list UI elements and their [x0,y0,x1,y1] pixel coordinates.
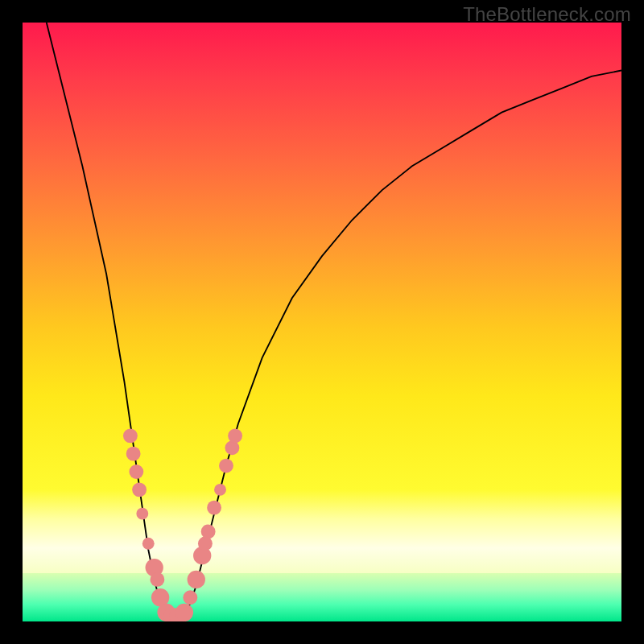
watermark-text: TheBottleneck.com [463,3,631,26]
scatter-dot [129,464,143,479]
scatter-dot [219,459,233,473]
scatter-dot [228,428,242,443]
scatter-dot [201,524,216,539]
scatter-dot [183,590,197,605]
scatter-dot [198,536,213,551]
bottleneck-curve [47,23,621,621]
scatter-dot [142,538,155,550]
scatter-dot [150,572,164,587]
scatter-dot [136,508,148,520]
scatter-dot [188,571,205,588]
plot-area [23,23,621,621]
scatter-dots-group [123,428,242,621]
scatter-dot [225,440,239,455]
scatter-dot [214,484,226,496]
chart-frame: TheBottleneck.com [0,0,644,644]
scatter-dot [175,604,193,621]
scatter-dot [132,482,147,497]
chart-svg [23,23,621,621]
scatter-dot [123,428,138,443]
scatter-dot [207,501,221,515]
scatter-dot [126,447,141,461]
